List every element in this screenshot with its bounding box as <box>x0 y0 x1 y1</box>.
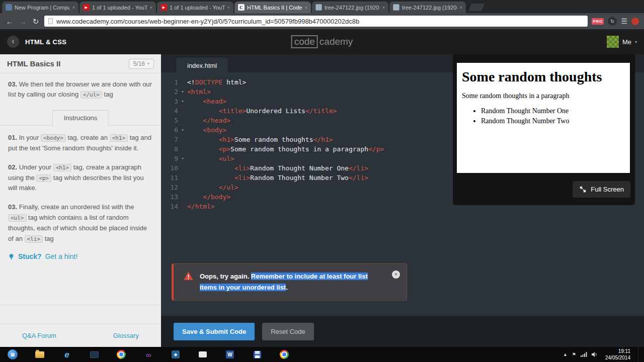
codecademy-logo[interactable]: code cademy <box>291 35 353 48</box>
reset-code-button[interactable]: Reset Code <box>262 323 314 340</box>
visual-studio-glyph: ∞ <box>146 351 151 358</box>
browser-tab[interactable]: tree-247122.jpg (1920×10× <box>312 2 388 13</box>
tab-strip: New Program | Compute×▶1 of 1 uploaded -… <box>0 0 644 13</box>
code-text: <!DOCTYPE html> <box>187 77 246 87</box>
code-tag: <body> <box>203 126 226 134</box>
app-dark-taskbar-icon[interactable] <box>84 347 105 362</box>
fold-arrow-icon[interactable]: ▾ <box>178 154 187 163</box>
code-plain <box>187 174 234 182</box>
sync-extension-icon[interactable]: ↻ <box>608 17 617 26</box>
pro-extension-icon[interactable]: PRO <box>592 18 604 25</box>
show-hidden-icons[interactable]: ▲ <box>563 352 568 357</box>
tab-title: tree-247122.jpg (1920×10 <box>402 5 457 11</box>
tab-close-icon[interactable]: × <box>305 5 307 10</box>
qa-forum-link[interactable]: Q&A Forum <box>22 332 56 339</box>
save-tool-taskbar-icon[interactable] <box>247 347 268 362</box>
code-tag: </title> <box>305 107 337 115</box>
browser-tab[interactable]: tree-247122.jpg (1920×10× <box>389 2 466 13</box>
preview-heading: Some random thoughts <box>462 69 625 85</box>
browser-menu-icon[interactable]: ☰ <box>621 18 627 25</box>
app-blue-taskbar-icon[interactable]: ◆ <box>165 347 186 362</box>
line-number: 3 <box>161 97 178 106</box>
browser-tab[interactable]: New Program | Compute× <box>2 2 78 13</box>
user-menu[interactable]: Me ▾ <box>607 36 637 48</box>
text-segment: In your <box>17 134 41 141</box>
folder-2-taskbar-icon[interactable] <box>192 347 213 362</box>
progress-dropdown[interactable]: 5/16 ▾ <box>129 59 154 69</box>
youtube-favicon: ▶ <box>83 4 90 11</box>
url-text: www.codecademy.com/courses/web-beginner-… <box>56 18 359 25</box>
error-tail-text: . <box>286 284 288 291</box>
full-screen-button[interactable]: Full Screen <box>573 181 630 198</box>
hint-bold: Stuck? <box>18 252 42 260</box>
code-tag: </li> <box>349 164 368 172</box>
file-tab[interactable]: index.html <box>176 58 228 74</box>
new-tab-button[interactable] <box>468 4 485 11</box>
chrome-taskbar-icon[interactable] <box>111 347 132 362</box>
code-text: </html> <box>187 202 215 211</box>
code-tag: </ul> <box>219 184 238 191</box>
start-taskbar-icon[interactable]: ▦ <box>2 347 23 362</box>
tab-title: tree-247122.jpg (1920×10 <box>325 5 380 11</box>
code-plain: Random Thought Number Two <box>250 174 349 182</box>
code-text: </head> <box>187 116 230 125</box>
volume-icon[interactable] <box>592 352 598 357</box>
code-plain: Some random thoughts <box>234 136 313 143</box>
address-bar[interactable]: www.codecademy.com/courses/web-beginner-… <box>44 16 588 27</box>
refresh-icon[interactable]: ↻ <box>31 18 40 25</box>
tab-close-icon[interactable]: × <box>227 5 230 10</box>
code-plain <box>187 136 219 143</box>
browser-tab[interactable]: CHTML Basics II | Codecad× <box>234 2 311 13</box>
file-explorer-taskbar-icon[interactable] <box>29 347 50 362</box>
visual-studio-taskbar-icon[interactable]: ∞ <box>138 347 159 362</box>
text-segment: Finally, create an unordered list with t… <box>17 203 134 211</box>
tab-close-icon[interactable]: × <box>460 5 462 10</box>
code-tag: </p> <box>368 145 384 153</box>
fold-arrow-icon[interactable]: ▾ <box>178 97 187 106</box>
close-icon[interactable]: × <box>392 270 400 279</box>
browser-tab[interactable]: ▶1 of 1 uploaded - YouTub× <box>157 2 233 13</box>
tab-close-icon[interactable]: × <box>150 5 152 10</box>
fold-spacer <box>178 202 187 211</box>
chevron-down-icon: ▾ <box>147 61 149 66</box>
line-number: 13 <box>161 192 178 202</box>
browser-tab[interactable]: ▶1 of 1 uploaded - YouTub× <box>79 2 156 13</box>
inline-code: </ul> <box>80 91 102 99</box>
header-back-icon[interactable]: ‹ <box>7 36 19 48</box>
instruction-steps: 01. In your <body> tag, create an <h1> t… <box>0 126 161 244</box>
inline-code: <p> <box>36 174 51 182</box>
code-tag: <p> <box>219 145 230 153</box>
browser-chrome: New Program | Compute×▶1 of 1 uploaded -… <box>0 0 644 29</box>
fold-arrow-icon[interactable]: ▾ <box>178 125 187 135</box>
image-favicon <box>393 4 399 11</box>
save-submit-button[interactable]: Save & Submit Code <box>174 323 255 340</box>
preview-list: Random Thought Number OneRandom Thought … <box>462 107 625 125</box>
editor-action-bar: Save & Submit Code Reset Code <box>161 316 644 347</box>
forward-icon[interactable]: → <box>18 18 27 25</box>
code-text: <title>Unordered Lists</title> <box>187 106 337 116</box>
internet-explorer-taskbar-icon[interactable]: e <box>56 347 77 362</box>
code-plain <box>187 193 203 201</box>
line-number: 14 <box>161 202 178 211</box>
inline-code: <h1> <box>110 134 128 142</box>
lightbulb-icon <box>8 253 15 260</box>
code-plain <box>187 184 219 191</box>
hint-link[interactable]: Stuck? Get a hint! <box>0 252 161 268</box>
chrome-2-taskbar-icon[interactable] <box>274 347 295 362</box>
word-glyph: W <box>226 350 234 358</box>
network-icon[interactable] <box>581 352 587 357</box>
show-desktop-button[interactable] <box>638 347 642 362</box>
action-center-icon[interactable]: ⚑ <box>572 352 576 357</box>
text-segment: 03. <box>8 80 17 88</box>
word-taskbar-icon[interactable]: W <box>219 347 240 362</box>
fold-arrow-icon[interactable]: ▾ <box>178 87 187 97</box>
back-icon[interactable]: ← <box>5 18 14 25</box>
glossary-link[interactable]: Glossary <box>113 332 139 339</box>
tab-close-icon[interactable]: × <box>72 5 75 10</box>
red-extension-icon[interactable] <box>631 18 639 25</box>
program-favicon <box>6 4 12 11</box>
tab-close-icon[interactable]: × <box>382 5 385 10</box>
app-dark-glyph <box>90 351 99 358</box>
taskbar-clock[interactable]: 19:11 24/05/2014 <box>602 348 633 361</box>
fold-spacer <box>178 183 187 192</box>
